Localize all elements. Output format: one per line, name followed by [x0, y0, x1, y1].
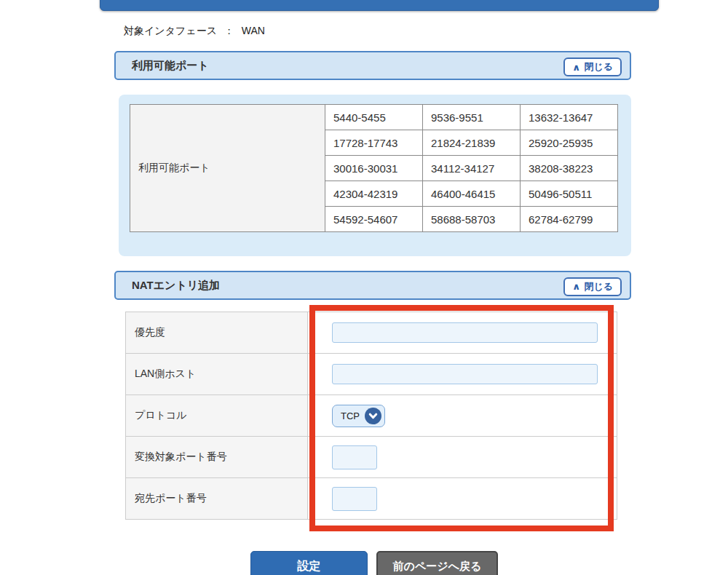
port-range-cell: 50496-50511 [521, 181, 618, 207]
port-range-cell: 46400-46415 [423, 181, 521, 207]
table-row: 変換対象ポート番号 [126, 437, 617, 478]
translate-port-input[interactable] [332, 445, 377, 469]
protocol-select-value: TCP [341, 411, 360, 421]
port-range-cell: 62784-62799 [521, 207, 618, 232]
table-row: 優先度 [126, 312, 617, 354]
port-range-cell: 5440-5455 [325, 105, 423, 130]
priority-label: 優先度 [126, 312, 308, 354]
protocol-select[interactable]: TCP [332, 405, 385, 427]
translate-port-label: 変換対象ポート番号 [126, 437, 308, 478]
back-button-label: 前のページへ戻る [393, 560, 482, 574]
port-range-cell: 38208-38223 [521, 156, 618, 181]
port-range-cell: 21824-21839 [423, 130, 521, 156]
close-button-label: 閉じる [584, 280, 613, 293]
gear-icon: ⚙ [109, 0, 124, 1]
target-interface-label: 対象インタフェース [124, 25, 217, 36]
port-range-cell: 58688-58703 [423, 207, 521, 232]
submit-button[interactable]: 設定 [250, 551, 368, 575]
port-range-cell: 42304-42319 [325, 181, 423, 207]
available-ports-close-button[interactable]: ∧ 閉じる [563, 58, 622, 76]
chevron-up-icon: ∧ [572, 282, 580, 292]
target-interface-line: 対象インタフェース ： WAN [124, 25, 269, 38]
back-button[interactable]: 前のページへ戻る [376, 551, 498, 575]
nat-entry-form-table: 優先度 LAN側ホスト プロトコル TCP [125, 312, 617, 520]
protocol-label: プロトコル [126, 395, 308, 437]
port-range-cell: 17728-17743 [325, 130, 423, 156]
page-title: ポートマッピング設定 - エントリ追加 [130, 0, 342, 2]
port-range-cell: 30016-30031 [325, 156, 423, 181]
section-available-ports-title: 利用可能ポート [132, 59, 209, 73]
port-range-cell: 9536-9551 [423, 105, 521, 130]
dest-port-label: 宛先ポート番号 [126, 478, 308, 520]
page-title-bar: ⚙ ポートマッピング設定 - エントリ追加 [100, 0, 659, 11]
section-nat-entry-header: NATエントリ追加 ∧ 閉じる [114, 271, 631, 300]
section-nat-entry-title: NATエントリ追加 [132, 279, 220, 293]
port-range-cell: 13632-13647 [521, 105, 618, 130]
table-row: LAN側ホスト [126, 354, 617, 395]
nat-entry-close-button[interactable]: ∧ 閉じる [563, 277, 622, 296]
port-range-cell: 25920-25935 [521, 130, 618, 156]
close-button-label: 閉じる [584, 60, 613, 74]
chevron-down-icon [365, 408, 381, 424]
target-interface-value: WAN [242, 25, 265, 36]
lan-host-label: LAN側ホスト [126, 354, 308, 395]
submit-button-label: 設定 [298, 559, 321, 574]
dest-port-input[interactable] [332, 487, 377, 511]
target-interface-separator: ： [224, 25, 234, 36]
port-range-cell: 34112-34127 [423, 156, 521, 181]
page: ⚙ ポートマッピング設定 - エントリ追加 対象インタフェース ： WAN 利用… [0, 0, 728, 575]
section-available-ports-header: 利用可能ポート ∧ 閉じる [114, 51, 631, 80]
port-range-cell: 54592-54607 [325, 207, 423, 232]
table-row: プロトコル TCP [126, 395, 617, 437]
priority-input[interactable] [332, 322, 598, 343]
table-row: 宛先ポート番号 [126, 478, 617, 520]
table-row: 利用可能ポート 5440-5455 9536-9551 13632-13647 [130, 105, 618, 130]
ports-row-header: 利用可能ポート [130, 105, 325, 232]
available-ports-table: 利用可能ポート 5440-5455 9536-9551 13632-13647 … [130, 104, 618, 232]
chevron-up-icon: ∧ [572, 62, 580, 72]
lan-host-input[interactable] [332, 364, 598, 384]
